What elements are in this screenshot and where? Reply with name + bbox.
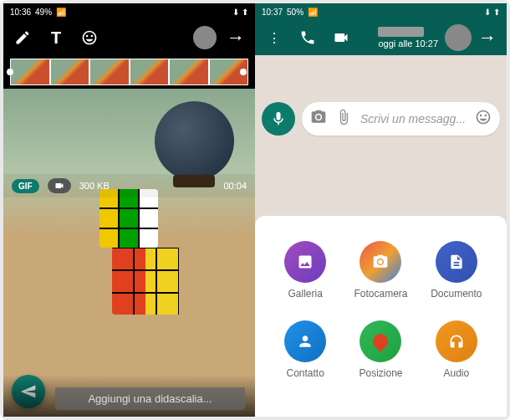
attach-option-contact[interactable]: Contatto [272, 320, 339, 379]
video-call-icon[interactable] [332, 28, 350, 47]
video-preview[interactable]: GIF 300 KB 00:04 Aggiungi una didascalia… [3, 89, 255, 417]
signal-icon: 📶 [308, 8, 318, 17]
emoji-tool-icon[interactable] [80, 28, 99, 47]
attach-label: Documento [431, 288, 482, 300]
status-time: 10:36 [10, 8, 31, 17]
attach-label: Audio [443, 367, 469, 379]
message-input[interactable]: Scrivi un messagg... [360, 112, 467, 125]
filmstrip-frame[interactable] [169, 59, 209, 85]
status-time: 10:37 [262, 8, 283, 17]
status-battery: 49% [35, 8, 52, 17]
attach-option-audio[interactable]: Audio [423, 320, 490, 379]
gif-toggle[interactable]: GIF [12, 179, 39, 193]
status-bar-right: 10:37 50% 📶 ⬇ ⬆ [255, 3, 507, 20]
crop-icon[interactable] [13, 28, 32, 47]
editor-toolbar: T → [3, 20, 255, 55]
location-icon [360, 320, 401, 362]
camera-icon[interactable] [310, 109, 327, 130]
image-icon [284, 241, 326, 283]
attach-label: Posizione [359, 367, 402, 379]
contact-icon [284, 320, 326, 362]
chat-background: Scrivi un messagg... Galleria Fotocamera… [255, 55, 507, 417]
menu-icon[interactable]: ⋮ [265, 28, 283, 47]
status-bar-left: 10:36 49% 📶 ⬇ ⬆ [3, 3, 255, 20]
download-icon: ⬇ [232, 8, 239, 17]
upload-icon: ⬆ [242, 8, 248, 17]
attach-option-camera[interactable]: Fotocamera [347, 241, 414, 300]
contact-name-redacted [378, 27, 424, 37]
video-filmstrip[interactable] [3, 55, 255, 89]
attach-option-location[interactable]: Posizione [347, 320, 414, 379]
emoji-icon[interactable] [475, 109, 492, 130]
back-arrow-icon[interactable]: → [478, 27, 497, 49]
filmstrip-frame[interactable] [50, 59, 90, 85]
preview-cube-object [99, 189, 158, 248]
upload-icon: ⬆ [493, 8, 500, 17]
voice-call-icon[interactable] [298, 28, 317, 47]
forward-arrow-icon[interactable]: → [227, 27, 245, 49]
attach-icon[interactable] [335, 109, 352, 130]
audio-icon [436, 320, 477, 362]
caption-input[interactable]: Aggiungi una didascalia... [55, 387, 245, 410]
chat-header: ⋮ oggi alle 10:27 → [255, 20, 507, 55]
preview-cube-object [112, 248, 179, 315]
download-icon: ⬇ [484, 8, 491, 17]
video-toggle[interactable] [48, 178, 71, 193]
chat-pane: 10:37 50% 📶 ⬇ ⬆ ⋮ oggi alle 10:27 [255, 3, 507, 417]
attach-option-image[interactable]: Galleria [272, 241, 339, 300]
attach-label: Fotocamera [354, 288, 407, 300]
status-battery: 50% [287, 8, 303, 17]
camera-icon [360, 241, 401, 283]
signal-icon: 📶 [56, 8, 66, 17]
document-icon [436, 241, 477, 283]
caption-bar: Aggiungi una didascalia... [3, 375, 255, 417]
attach-label: Galleria [288, 288, 322, 300]
contact-avatar[interactable] [445, 24, 472, 51]
filmstrip-frame[interactable] [209, 59, 249, 85]
recipient-avatar[interactable] [193, 26, 217, 49]
text-tool-icon[interactable]: T [47, 28, 65, 47]
attach-option-document[interactable]: Documento [423, 241, 490, 300]
filmstrip-frame[interactable] [10, 59, 50, 85]
last-seen-label: oggi alle 10:27 [378, 38, 438, 49]
file-size-label: 300 KB [79, 181, 110, 191]
mic-button[interactable] [262, 102, 295, 136]
video-editor-pane: 10:36 49% 📶 ⬇ ⬆ T → [3, 3, 255, 417]
duration-label: 00:04 [223, 181, 247, 191]
attach-label: Contatto [286, 367, 324, 379]
filmstrip-frame[interactable] [130, 59, 170, 85]
attachment-sheet: Galleria Fotocamera Documento Contatto P… [255, 216, 507, 417]
preview-globe-object [155, 101, 234, 181]
message-input-bar: Scrivi un messagg... [302, 102, 500, 136]
video-info-bar: GIF 300 KB 00:04 [3, 174, 255, 197]
filmstrip-frame[interactable] [89, 59, 130, 85]
svg-point-0 [379, 259, 383, 264]
